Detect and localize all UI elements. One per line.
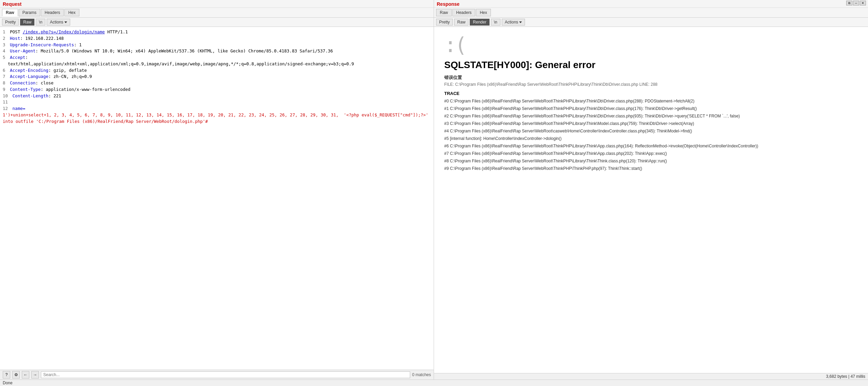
trace-item-7: #7 C:\Program Files (x86)\RealFriend\Rap… — [444, 150, 858, 157]
response-status-bar: 3,682 bytes | 47 millis — [434, 373, 868, 380]
tab-headers-request[interactable]: Headers — [41, 9, 64, 16]
request-content-wrapper: 1 POST /index.php?s=/Index/dologin/name … — [0, 27, 434, 370]
response-size-label: 3,682 bytes | 47 millis — [826, 374, 865, 379]
response-panel-title: Response — [434, 0, 868, 8]
matches-label: 0 matches — [412, 372, 431, 377]
window-controls: ⧉ ─ ✕ — [846, 1, 866, 5]
pretty-btn-response[interactable]: Pretty — [436, 19, 453, 26]
newline-btn-request[interactable]: \n — [36, 19, 45, 26]
ln5: 5 — [3, 55, 8, 60]
ln3: 3 — [3, 42, 8, 47]
ln8: 8 — [3, 80, 8, 85]
error-title: SQLSTATE[HY000]: General error — [444, 60, 858, 70]
trace-item-9: #9 C:\Program Files (x86)\RealFriend\Rap… — [444, 165, 858, 172]
actions-chevron-request — [64, 21, 67, 23]
response-content-wrapper: :( SQLSTATE[HY000]: General error 错误位置 F… — [434, 27, 868, 373]
forward-button[interactable]: → — [31, 371, 39, 379]
ln7: 7 — [3, 74, 8, 79]
search-input[interactable] — [41, 371, 410, 378]
trace-item-5: #5 [internal function]: Home\Controller\… — [444, 135, 858, 142]
trace-item-8: #8 C:\Program Files (x86)\RealFriend\Rap… — [444, 158, 858, 164]
trace-label: TRACE — [444, 91, 858, 96]
tab-raw-request[interactable]: Raw — [2, 9, 18, 16]
newline-btn-response[interactable]: \n — [491, 19, 500, 26]
ln1: 1 — [3, 29, 8, 34]
response-toolbar: Pretty Raw Render \n Actions — [434, 18, 868, 27]
restore-button[interactable]: ⧉ — [846, 1, 852, 5]
actions-chevron-response — [519, 21, 522, 23]
pretty-btn-request[interactable]: Pretty — [2, 19, 19, 26]
request-tab-bar: Raw Params Headers Hex — [0, 8, 434, 18]
request-panel: Request Raw Params Headers Hex Pretty Ra… — [0, 0, 434, 380]
tab-params[interactable]: Params — [19, 9, 40, 16]
ln4: 4 — [3, 48, 8, 53]
help-button[interactable]: ? — [3, 371, 10, 379]
response-panel: Response Raw Headers Hex Pretty Raw Rend… — [434, 0, 868, 380]
trace-list: #0 C:\Program Files (x86)\RealFriend\Rap… — [444, 98, 858, 172]
actions-btn-response[interactable]: Actions — [502, 19, 525, 26]
request-panel-title: Request — [0, 0, 434, 8]
settings-button[interactable]: ⚙ — [12, 371, 20, 379]
request-content[interactable]: 1 POST /index.php?s=/Index/dologin/name … — [0, 27, 434, 370]
payload-value: 1')+union+select+1, 2, 3, 4, 5, 6, 7, 8,… — [3, 112, 433, 124]
response-tab-bar: Raw Headers Hex — [434, 8, 868, 18]
tab-headers-response[interactable]: Headers — [452, 9, 475, 16]
tab-hex-response[interactable]: Hex — [476, 9, 491, 16]
ln2: 2 — [3, 36, 8, 41]
ln12: 12 — [3, 106, 11, 111]
ln9: 9 — [3, 87, 8, 92]
ln6: 6 — [3, 68, 8, 73]
done-label: Done — [3, 381, 13, 385]
actions-btn-request[interactable]: Actions — [47, 19, 70, 26]
sad-face-icon: :( — [444, 34, 858, 56]
tab-raw-response[interactable]: Raw — [436, 9, 452, 16]
raw-btn-request[interactable]: Raw — [20, 19, 34, 26]
main-status-bar: Done — [0, 380, 868, 386]
request-bottom-bar: ? ⚙ ← → 0 matches — [0, 370, 434, 380]
trace-item-1: #1 C:\Program Files (x86)\RealFriend\Rap… — [444, 106, 858, 112]
trace-item-3: #3 C:\Program Files (x86)\RealFriend\Rap… — [444, 120, 858, 127]
render-btn-response[interactable]: Render — [470, 19, 489, 26]
trace-item-0: #0 C:\Program Files (x86)\RealFriend\Rap… — [444, 98, 858, 104]
error-location-title: 错误位置 — [444, 75, 858, 81]
response-content[interactable]: :( SQLSTATE[HY000]: General error 错误位置 F… — [434, 27, 868, 373]
minimize-button[interactable]: ─ — [853, 1, 859, 5]
ln10: 10 — [3, 93, 11, 98]
raw-btn-response[interactable]: Raw — [454, 19, 468, 26]
back-button[interactable]: ← — [22, 371, 29, 379]
request-toolbar: Pretty Raw \n Actions — [0, 18, 434, 27]
trace-item-2: #2 C:\Program Files (x86)\RealFriend\Rap… — [444, 113, 858, 119]
close-button[interactable]: ✕ — [860, 1, 866, 5]
trace-item-6: #6 C:\Program Files (x86)\RealFriend\Rap… — [444, 143, 858, 149]
error-file-line: FILE: C:\Program Files (x86)\RealFriend\… — [444, 82, 858, 87]
ln11: 11 — [3, 99, 11, 104]
tab-hex-request[interactable]: Hex — [64, 9, 79, 16]
trace-item-4: #4 C:\Program Files (x86)\RealFriend\Rap… — [444, 128, 858, 134]
